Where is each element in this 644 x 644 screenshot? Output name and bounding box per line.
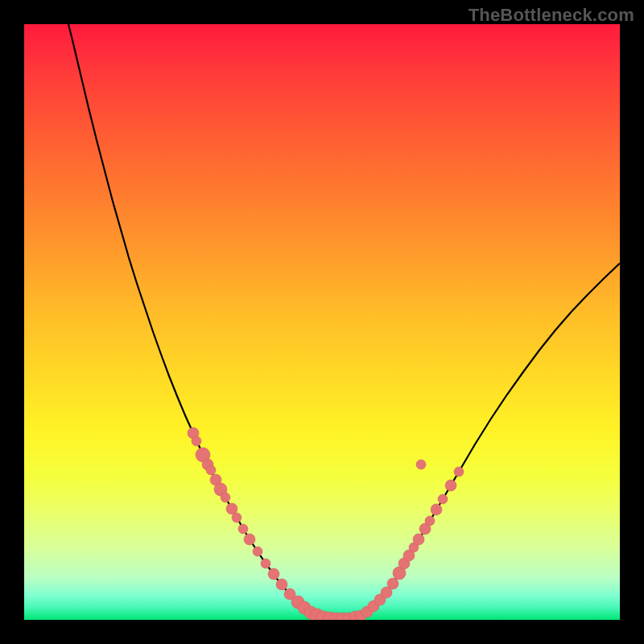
scatter-dot: [387, 578, 398, 589]
scatter-dot: [238, 524, 248, 534]
scatter-dot: [206, 465, 216, 475]
scatter-dot: [438, 494, 448, 504]
scatter-dot: [454, 467, 464, 477]
scatter-dot: [192, 436, 201, 446]
chart-svg: [24, 24, 620, 620]
scatter-dot: [253, 547, 262, 556]
watermark-text: TheBottleneck.com: [469, 5, 634, 26]
scatter-dot: [261, 559, 270, 568]
scatter-dot: [431, 504, 442, 515]
scatter-dot: [445, 480, 456, 491]
scatter-dot: [268, 568, 279, 580]
scatter-dot: [221, 493, 230, 502]
bottleneck-curve: [68, 24, 620, 620]
scatter-dot: [425, 516, 435, 526]
scatter-dot: [276, 579, 287, 590]
scatter-dot: [232, 513, 242, 522]
scatter-dot: [413, 534, 424, 545]
scatter-dot: [416, 460, 426, 469]
scatter-dot: [244, 534, 255, 545]
scatter-dots: [188, 427, 464, 620]
